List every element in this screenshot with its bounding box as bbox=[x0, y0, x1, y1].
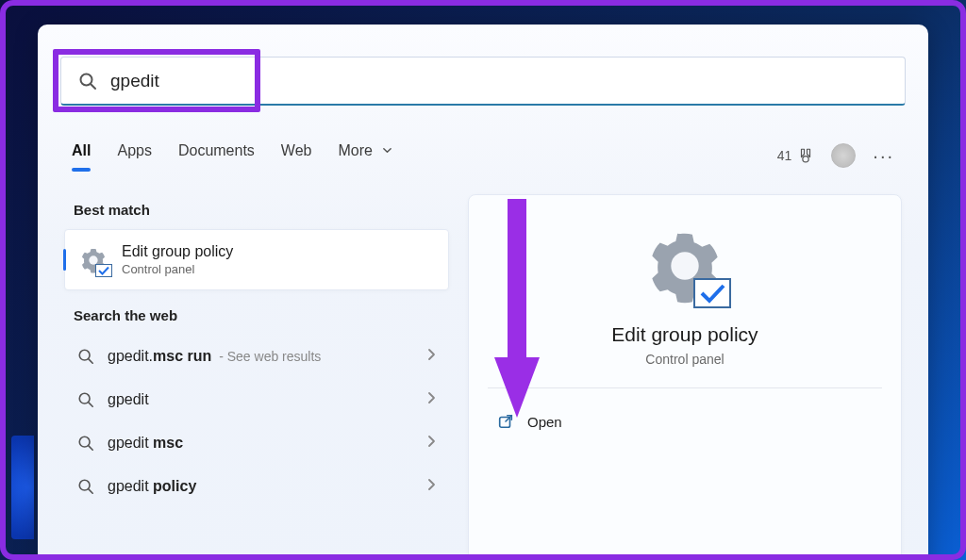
checkbox-overlay-icon bbox=[95, 264, 112, 277]
search-bar[interactable] bbox=[60, 57, 906, 106]
svg-line-1 bbox=[91, 84, 95, 89]
chevron-right-icon bbox=[426, 435, 436, 452]
filter-tabs: All Apps Documents Web More 41 ··· bbox=[72, 136, 894, 175]
search-input[interactable] bbox=[110, 71, 888, 91]
svg-rect-4 bbox=[96, 264, 112, 276]
svg-rect-14 bbox=[694, 279, 730, 307]
section-search-web: Search the web bbox=[74, 307, 440, 323]
detail-pane: Edit group policy Control panel Open bbox=[468, 194, 902, 560]
results-column: Best match Edit group policy Control pan… bbox=[64, 194, 449, 508]
desktop-background-sliver bbox=[11, 436, 34, 539]
svg-line-12 bbox=[89, 489, 92, 493]
search-icon bbox=[77, 478, 94, 495]
best-match-result[interactable]: Edit group policy Control panel bbox=[64, 229, 449, 290]
web-result-label: gpedit msc bbox=[108, 435, 426, 452]
chevron-right-icon bbox=[426, 348, 436, 365]
rewards-indicator[interactable]: 41 bbox=[777, 147, 815, 164]
detail-subtitle: Control panel bbox=[645, 352, 724, 367]
tab-more[interactable]: More bbox=[338, 142, 392, 169]
tab-more-label: More bbox=[338, 142, 372, 158]
best-match-texts: Edit group policy Control panel bbox=[122, 243, 233, 276]
section-best-match: Best match bbox=[74, 202, 440, 218]
web-result-gpedit-policy[interactable]: gpedit policy bbox=[64, 465, 449, 508]
chevron-down-icon bbox=[382, 142, 392, 159]
tab-apps[interactable]: Apps bbox=[117, 142, 151, 169]
detail-title: Edit group policy bbox=[611, 323, 758, 346]
action-open-label: Open bbox=[527, 414, 562, 430]
web-results-list: gpedit.msc run - See web results gpedit … bbox=[64, 335, 449, 508]
svg-line-10 bbox=[89, 446, 92, 450]
svg-point-13 bbox=[671, 252, 698, 279]
svg-line-6 bbox=[89, 359, 92, 363]
web-result-label: gpedit.msc run - See web results bbox=[108, 348, 426, 365]
best-match-title: Edit group policy bbox=[122, 243, 233, 260]
best-match-subtitle: Control panel bbox=[122, 262, 233, 276]
web-result-gpedit-msc-run[interactable]: gpedit.msc run - See web results bbox=[64, 335, 449, 378]
header-right-controls: 41 ··· bbox=[777, 143, 894, 168]
search-icon bbox=[78, 72, 97, 91]
gear-icon bbox=[78, 245, 108, 275]
chevron-right-icon bbox=[426, 391, 436, 408]
svg-point-2 bbox=[803, 156, 808, 162]
user-avatar[interactable] bbox=[831, 143, 856, 168]
gear-icon bbox=[646, 227, 724, 305]
web-result-gpedit[interactable]: gpedit bbox=[64, 378, 449, 421]
search-icon bbox=[77, 391, 94, 408]
search-icon bbox=[77, 348, 94, 365]
web-result-label: gpedit policy bbox=[108, 478, 426, 495]
svg-line-16 bbox=[506, 416, 511, 421]
action-open[interactable]: Open bbox=[491, 404, 878, 439]
svg-line-8 bbox=[89, 403, 92, 406]
search-panel: All Apps Documents Web More 41 ··· Best … bbox=[38, 25, 928, 560]
web-result-label: gpedit bbox=[108, 391, 426, 408]
tab-all[interactable]: All bbox=[72, 142, 91, 169]
open-external-icon bbox=[497, 413, 514, 430]
more-options-button[interactable]: ··· bbox=[873, 145, 894, 167]
rewards-icon bbox=[797, 147, 814, 164]
chevron-right-icon bbox=[426, 478, 436, 495]
tab-web[interactable]: Web bbox=[281, 142, 312, 169]
rewards-points: 41 bbox=[777, 148, 792, 163]
web-result-gpedit-msc[interactable]: gpedit msc bbox=[64, 421, 449, 465]
search-icon bbox=[77, 435, 94, 452]
detail-header: Edit group policy Control panel bbox=[491, 218, 878, 387]
divider bbox=[488, 387, 882, 388]
checkbox-overlay-icon bbox=[693, 278, 731, 308]
tab-documents[interactable]: Documents bbox=[178, 142, 255, 169]
